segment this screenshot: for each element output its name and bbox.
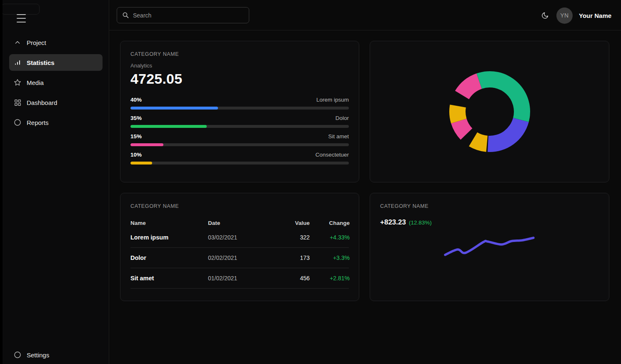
progress-row: 40% Lorem ipsum (130, 97, 349, 110)
sidebar-item-dashboard[interactable]: Dashboard (9, 94, 103, 111)
progress-percent: 10% (130, 152, 142, 158)
card-category-label: CATEGORY NAME (380, 203, 599, 209)
window-edge (0, 0, 3, 364)
analytics-total-value: 4725.05 (130, 71, 349, 87)
grid-icon (14, 99, 21, 106)
sidebar-item-media[interactable]: Media (9, 74, 103, 91)
cell-change: +3.3% (310, 254, 350, 261)
line-chart-percent: (12.83%) (409, 219, 432, 226)
progress-percent: 15% (130, 133, 142, 140)
hamburger-icon (17, 14, 26, 15)
cell-date: 01/02/2021 (208, 275, 267, 282)
progress-row: 10% Consectetuer (130, 152, 349, 165)
moon-icon (541, 12, 549, 19)
progress-percent: 40% (130, 97, 142, 103)
progress-fill (130, 162, 152, 165)
column-header-name: Name (130, 220, 208, 226)
card-category-label: CATEGORY NAME (130, 203, 349, 209)
progress-track (130, 143, 349, 146)
sparkline-path (445, 238, 533, 255)
menu-toggle-button[interactable] (17, 14, 26, 22)
avatar: YN (556, 7, 573, 24)
progress-label: Dolor (336, 115, 349, 121)
donut-segment (469, 132, 488, 152)
user-menu[interactable]: YN Your Name (556, 6, 611, 25)
card-category-label: CATEGORY NAME (130, 51, 349, 57)
cell-change: +2.81% (310, 275, 350, 282)
circle-icon (14, 119, 21, 126)
progress-row: 15% Sit amet (130, 133, 349, 146)
table-card: CATEGORY NAME Name Date Value Change Lor… (120, 193, 359, 301)
logo-placeholder (1, 4, 40, 15)
table-row[interactable]: Dolor 02/02/2021 173 +3.3% (130, 248, 349, 268)
sidebar-nav: Project Statistics Media Dashboard Repor… (0, 34, 109, 131)
sidebar-item-settings[interactable]: Settings (9, 346, 103, 364)
app-window: Project Statistics Media Dashboard Repor… (0, 0, 621, 364)
progress-label: Lorem ipsum (316, 97, 349, 103)
sidebar: Project Statistics Media Dashboard Repor… (0, 0, 109, 364)
search-icon (122, 12, 129, 19)
search-input[interactable] (133, 12, 244, 19)
progress-track (130, 125, 349, 128)
progress-fill (130, 107, 218, 110)
star-icon (14, 79, 21, 86)
sidebar-item-statistics[interactable]: Statistics (9, 54, 103, 71)
progress-fill (130, 143, 163, 146)
table-row[interactable]: Sit amet 01/02/2021 456 +2.81% (130, 268, 349, 289)
progress-track (130, 107, 349, 110)
cell-change: +4.33% (310, 234, 350, 241)
table-row[interactable]: Lorem ipsum 03/02/2021 322 +4.33% (130, 227, 349, 248)
cell-name: Sit amet (130, 275, 208, 282)
progress-row: 35% Dolor (130, 115, 349, 128)
table-header: Name Date Value Change (130, 218, 349, 227)
circle-icon (14, 351, 21, 359)
cell-name: Dolor (130, 254, 208, 261)
topbar: YN Your Name (109, 0, 621, 30)
analytics-subtitle: Analytics (130, 62, 349, 69)
donut-segment (455, 73, 481, 99)
dark-mode-toggle[interactable] (540, 10, 550, 20)
progress-fill (130, 125, 207, 128)
sidebar-item-reports[interactable]: Reports (9, 114, 103, 131)
donut-chart (445, 67, 534, 156)
donut-segment (476, 71, 530, 122)
table-body: Lorem ipsum 03/02/2021 322 +4.33% Dolor … (130, 227, 349, 289)
sidebar-footer: Settings (0, 346, 109, 364)
cell-name: Lorem ipsum (130, 234, 208, 241)
progress-bars: 40% Lorem ipsum 35% Dolor 15% Sit amet (130, 97, 349, 165)
progress-label: Consectetuer (316, 152, 349, 158)
search-box[interactable] (117, 7, 249, 23)
chevron-up-icon (14, 39, 21, 46)
cell-value: 456 (267, 275, 310, 282)
cell-value: 173 (267, 254, 310, 261)
progress-label: Sit amet (328, 133, 349, 140)
column-header-change: Change (310, 220, 350, 226)
progress-track (130, 162, 349, 165)
column-header-date: Date (208, 220, 267, 226)
progress-percent: 35% (130, 115, 142, 121)
cell-date: 03/02/2021 (208, 234, 267, 241)
bar-chart-icon (14, 59, 21, 66)
analytics-card: CATEGORY NAME Analytics 4725.05 40% Lore… (120, 41, 359, 182)
donut-chart-card (370, 41, 609, 182)
cell-value: 322 (267, 234, 310, 241)
donut-segment (487, 118, 528, 152)
user-name: Your Name (579, 12, 611, 19)
line-chart-card: CATEGORY NAME +823.23 (12.83%) (370, 193, 609, 301)
line-chart-value: +823.23 (380, 218, 406, 227)
column-header-value: Value (267, 220, 310, 226)
line-chart (442, 231, 542, 260)
cell-date: 02/02/2021 (208, 254, 267, 261)
sidebar-item-project[interactable]: Project (9, 34, 103, 51)
